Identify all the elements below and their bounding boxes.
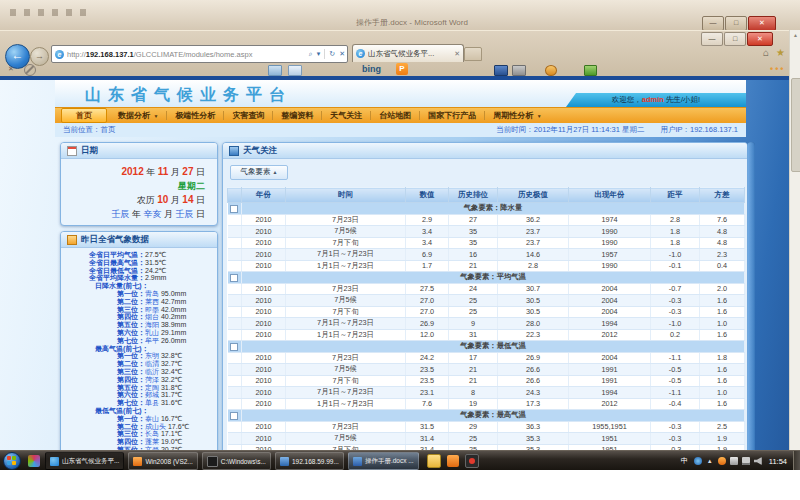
maximize-button[interactable]: □: [725, 16, 747, 31]
ie-maximize-button[interactable]: □: [724, 32, 746, 46]
station-link[interactable]: 蓬莱: [145, 438, 161, 445]
dropdown-icon[interactable]: ▾: [317, 50, 321, 58]
table-row[interactable]: 20107月23日24.21726.92004-1.11.8: [228, 352, 745, 364]
nav-item-2[interactable]: 极端性分析: [168, 110, 222, 121]
station-link[interactable]: 郯城: [145, 391, 161, 398]
toolbar-close-icon[interactable]: ✕: [8, 65, 14, 73]
station-link[interactable]: 青岛: [145, 290, 161, 297]
table-row[interactable]: 20107月5候31.42535.31951-0.31.9: [228, 433, 745, 445]
url-text[interactable]: http://192.168.137.1/GLCCLIMATE/modules/…: [67, 50, 307, 59]
folder-icon[interactable]: [427, 454, 441, 468]
cards-icon[interactable]: [268, 65, 282, 76]
disc-icon[interactable]: [494, 65, 508, 76]
station-link[interactable]: 烟台: [145, 313, 161, 320]
checkbox[interactable]: [230, 343, 238, 351]
station-link[interactable]: 临沂: [145, 368, 161, 375]
station-link[interactable]: 定陶: [145, 384, 161, 391]
station-link[interactable]: 即墨: [145, 306, 161, 313]
refresh-icon[interactable]: ↻: [329, 50, 335, 58]
start-button[interactable]: [3, 452, 21, 470]
tab-close-icon[interactable]: ✕: [451, 50, 463, 58]
favorites-star-icon[interactable]: ★: [776, 47, 785, 58]
station-link[interactable]: 单县: [145, 399, 161, 406]
bing-logo[interactable]: bing: [362, 64, 381, 74]
media-player-icon[interactable]: [465, 454, 479, 468]
station-link[interactable]: 牟平: [145, 337, 161, 344]
table-row[interactable]: 20107月5候27.02530.52004-0.31.6: [228, 295, 745, 307]
table-row[interactable]: 20101月1日～7月23日12.03122.320120.21.6: [228, 329, 745, 341]
scrollbar-thumb[interactable]: [791, 78, 800, 172]
table-row[interactable]: 20107月1日～7月23日6.91614.61957-1.02.3: [228, 249, 745, 261]
tray-network-globe-icon[interactable]: [694, 457, 702, 465]
taskbar-window-button[interactable]: 操作手册.docx ...: [348, 452, 419, 470]
table-row[interactable]: 20101月1日～7月23日7.61917.32012-0.41.6: [228, 398, 745, 410]
pinned-app-icon[interactable]: [28, 455, 40, 467]
language-indicator[interactable]: 中: [681, 456, 688, 466]
close-button[interactable]: ✕: [748, 16, 776, 31]
table-row[interactable]: 20107月1日～7月23日26.9928.01994-1.01.0: [228, 318, 745, 330]
new-tab-button[interactable]: [464, 47, 482, 61]
minimize-button[interactable]: —: [702, 16, 724, 31]
table-row[interactable]: 20107月下旬3.43523.719901.84.8: [228, 237, 745, 249]
scroll-up-icon[interactable]: ▲: [790, 32, 800, 38]
action-center-flag-icon[interactable]: [730, 457, 738, 465]
group-header-row[interactable]: 气象要素：最低气温: [228, 341, 745, 353]
station-link[interactable]: 泰山: [145, 415, 161, 422]
station-link[interactable]: 成山头: [145, 423, 168, 430]
browser-tab[interactable]: e 山东省气候业务平... ✕: [352, 44, 464, 62]
taskbar-window-button[interactable]: 192.168.59.99...: [275, 452, 344, 470]
film-icon[interactable]: [512, 65, 526, 76]
group-header-row[interactable]: 气象要素：平均气温: [228, 272, 745, 284]
station-link[interactable]: 菏泽: [145, 376, 161, 383]
browser-scrollbar[interactable]: ▲ ▼: [789, 30, 800, 470]
nav-item-4[interactable]: 整编资料: [274, 110, 320, 121]
nav-item-3[interactable]: 灾害查询: [225, 110, 271, 121]
stop-icon[interactable]: ✕: [339, 50, 345, 58]
nav-item-5[interactable]: 天气关注: [323, 110, 369, 121]
tray-expand-icon[interactable]: ▲: [706, 457, 714, 465]
nav-item-6[interactable]: 台站地图: [372, 110, 418, 121]
nav-item-0[interactable]: 首页: [61, 108, 107, 123]
more-options-icon[interactable]: •••: [770, 64, 785, 74]
table-row[interactable]: 20107月23日31.52936.31955,1951-0.32.5: [228, 421, 745, 433]
orange-pinned-icon[interactable]: [447, 455, 459, 467]
taskbar-window-button[interactable]: C:\Windows\s...: [202, 452, 271, 470]
green-addon-icon[interactable]: [584, 65, 597, 76]
table-row[interactable]: 20107月5候23.52126.61991-0.51.6: [228, 364, 745, 376]
mail-icon[interactable]: [288, 65, 302, 76]
checkbox[interactable]: [230, 412, 238, 420]
table-row[interactable]: 20107月23日2.92736.219742.87.6: [228, 214, 745, 226]
nav-item-7[interactable]: 国家下行产品: [421, 110, 483, 121]
nav-item-1[interactable]: 数据分析 ▼: [111, 110, 165, 121]
checkbox[interactable]: [230, 205, 238, 213]
station-link[interactable]: 临清: [145, 360, 161, 367]
table-row[interactable]: 20107月23日27.52430.72004-0.72.0: [228, 283, 745, 295]
orange-app-icon[interactable]: P: [396, 63, 408, 75]
station-link[interactable]: 莱西: [145, 298, 161, 305]
table-row[interactable]: 20107月5候3.43523.719901.84.8: [228, 226, 745, 238]
station-link[interactable]: 乳山: [145, 329, 161, 336]
home-icon[interactable]: ⌂: [763, 47, 769, 58]
network-icon[interactable]: [742, 457, 750, 465]
table-row[interactable]: 20107月下旬27.02530.52004-0.31.6: [228, 306, 745, 318]
person-sparkle-icon[interactable]: [545, 65, 557, 76]
clock[interactable]: 11:54: [769, 457, 787, 466]
nav-item-8[interactable]: 周期性分析 ▼: [486, 110, 548, 121]
search-icon[interactable]: ⌕: [309, 50, 313, 58]
blocker-icon[interactable]: [24, 64, 36, 76]
page-scrollbar[interactable]: [747, 142, 755, 462]
volume-icon[interactable]: [754, 457, 762, 465]
checkbox[interactable]: [230, 274, 238, 282]
station-link[interactable]: 长岛: [145, 430, 161, 437]
ie-minimize-button[interactable]: —: [701, 32, 723, 46]
table-row[interactable]: 20107月1日～7月23日23.1824.31994-1.11.0: [228, 387, 745, 399]
station-link[interactable]: 海阳: [145, 321, 161, 328]
table-row[interactable]: 20107月下旬23.52126.61991-0.51.6: [228, 375, 745, 387]
tray-app-icon[interactable]: [718, 457, 726, 465]
taskbar-window-button[interactable]: Win2008 (VS2...: [128, 452, 197, 470]
taskbar-window-button[interactable]: 山东省气候业务平...: [45, 452, 124, 470]
element-filter-button[interactable]: 气象要素 ▲: [230, 165, 288, 180]
group-header-row[interactable]: 气象要素：降水量: [228, 203, 745, 215]
group-header-row[interactable]: 气象要素：最高气温: [228, 410, 745, 422]
show-desktop-button[interactable]: [793, 451, 800, 471]
